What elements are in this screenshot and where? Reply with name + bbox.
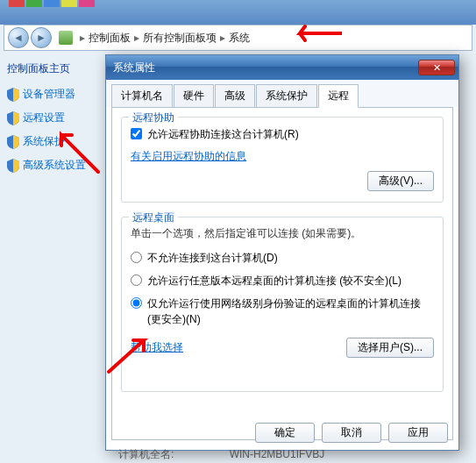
advanced-button[interactable]: 高级(V)... bbox=[367, 171, 434, 191]
breadcrumb-item-0[interactable]: 控制面板 bbox=[89, 31, 131, 46]
shield-icon bbox=[7, 135, 19, 149]
radio-allow-nla[interactable] bbox=[131, 297, 142, 309]
tab-row: 计算机名 硬件 高级 系统保护 远程 bbox=[106, 80, 458, 107]
sidebar-item-advanced-settings[interactable]: 高级系统设置 bbox=[7, 158, 103, 173]
radio-allow-any[interactable] bbox=[131, 274, 142, 286]
tab-system-protection[interactable]: 系统保护 bbox=[256, 84, 317, 108]
sidebar-item-remote-settings[interactable]: 远程设置 bbox=[7, 110, 103, 125]
radio-label: 允许运行任意版本远程桌面的计算机连接 (较不安全)(L) bbox=[147, 273, 434, 288]
link-help-me-choose[interactable]: 帮助我选择 bbox=[131, 340, 183, 355]
sidebar-item-label: 远程设置 bbox=[23, 110, 65, 125]
tab-hardware[interactable]: 硬件 bbox=[174, 84, 214, 108]
sidebar-item-label: 设备管理器 bbox=[23, 87, 75, 102]
shield-icon bbox=[7, 88, 19, 102]
radio-label: 不允许连接到这台计算机(D) bbox=[147, 250, 434, 266]
breadcrumb: ◄ ► ▸ 控制面板 ▸ 所有控制面板项 ▸ 系统 bbox=[4, 25, 472, 51]
radio-disallow[interactable] bbox=[131, 252, 142, 263]
dialog-titlebar[interactable]: 系统属性 ✕ bbox=[106, 55, 458, 80]
sidebar: 控制面板主页 设备管理器 远程设置 系统保护 高级系统设置 bbox=[7, 61, 103, 182]
group-remote-assistance: 远程协助 允许远程协助连接这台计算机(R) 有关启用远程协助的信息 高级(V).… bbox=[121, 117, 444, 203]
tab-remote[interactable]: 远程 bbox=[318, 84, 359, 108]
group-title: 远程协助 bbox=[129, 110, 178, 125]
background-computer-name-row: 计算机全名: WIN-H2MBU1IFVBJ bbox=[118, 447, 324, 462]
tab-advanced[interactable]: 高级 bbox=[215, 84, 255, 108]
dialog-button-row: 确定 取消 应用 bbox=[248, 423, 448, 443]
window-chrome bbox=[0, 0, 476, 25]
sidebar-item-device-manager[interactable]: 设备管理器 bbox=[7, 87, 103, 102]
hint-text: 单击一个选项，然后指定谁可以连接 (如果需要)。 bbox=[131, 226, 434, 241]
breadcrumb-sep: ▸ bbox=[80, 32, 85, 44]
sidebar-item-label: 高级系统设置 bbox=[23, 158, 86, 173]
shield-icon bbox=[7, 159, 19, 173]
control-panel-icon bbox=[59, 31, 73, 45]
group-title: 远程桌面 bbox=[129, 210, 178, 225]
ok-button[interactable]: 确定 bbox=[255, 423, 315, 443]
breadcrumb-sep: ▸ bbox=[220, 32, 225, 44]
nav-back-forward: ◄ ► bbox=[8, 27, 52, 48]
radio-label: 仅允许运行使用网络级别身份验证的远程桌面的计算机连接 (更安全)(N) bbox=[147, 296, 434, 327]
bg-value: WIN-H2MBU1IFVBJ bbox=[230, 448, 325, 460]
tab-computer-name[interactable]: 计算机名 bbox=[111, 84, 173, 108]
breadcrumb-item-2[interactable]: 系统 bbox=[229, 31, 250, 46]
close-button[interactable]: ✕ bbox=[418, 60, 455, 75]
sidebar-title: 控制面板主页 bbox=[7, 61, 103, 76]
breadcrumb-sep: ▸ bbox=[134, 32, 139, 44]
apply-button[interactable]: 应用 bbox=[388, 423, 448, 443]
link-remote-assistance-info[interactable]: 有关启用远程协助的信息 bbox=[131, 149, 246, 164]
breadcrumb-item-1[interactable]: 所有控制面板项 bbox=[143, 31, 217, 46]
tab-panel-remote: 远程协助 允许远程协助连接这台计算机(R) 有关启用远程协助的信息 高级(V).… bbox=[111, 107, 453, 440]
nav-back-button[interactable]: ◄ bbox=[8, 27, 29, 48]
bg-label: 计算机全名: bbox=[118, 448, 174, 460]
nav-forward-button[interactable]: ► bbox=[31, 27, 52, 48]
shield-icon bbox=[7, 111, 19, 125]
sidebar-item-system-protection[interactable]: 系统保护 bbox=[7, 134, 103, 149]
sidebar-item-label: 系统保护 bbox=[23, 134, 65, 149]
dialog-title: 系统属性 bbox=[113, 61, 155, 75]
cancel-button[interactable]: 取消 bbox=[322, 423, 381, 443]
chrome-color-patches bbox=[9, 0, 95, 7]
system-properties-dialog: 系统属性 ✕ 计算机名 硬件 高级 系统保护 远程 远程协助 允许远程协助连接这… bbox=[105, 54, 459, 451]
checkbox-label: 允许远程协助连接这台计算机(R) bbox=[147, 126, 434, 142]
checkbox-allow-remote-assistance[interactable] bbox=[131, 128, 142, 139]
select-users-button[interactable]: 选择用户(S)... bbox=[346, 338, 434, 358]
group-remote-desktop: 远程桌面 单击一个选项，然后指定谁可以连接 (如果需要)。 不允许连接到这台计算… bbox=[121, 217, 444, 392]
